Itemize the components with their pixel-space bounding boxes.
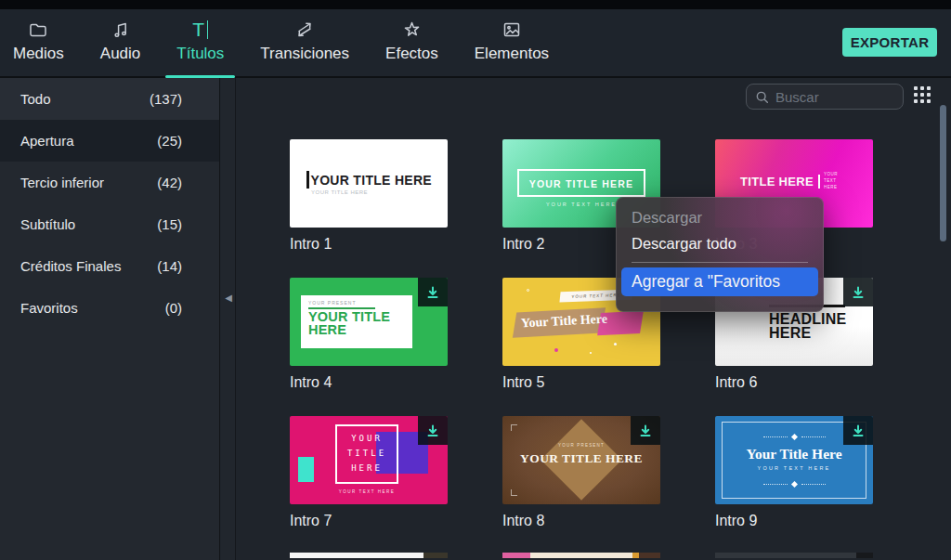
star-icon [401,17,422,43]
category-label: Apertura [20,133,74,149]
template-card-intro-8[interactable]: YOUR PRESENT YOUR TITLE HERE Intro 8 [502,416,660,529]
template-name: Intro 6 [715,374,873,391]
template-thumbnail: YOUR PRESENT YOUR TITLE HERE [290,278,448,366]
partial-thumbnail [423,553,448,558]
partial-thumbnail [632,553,639,558]
search-box [746,84,904,110]
menu-separator [632,262,808,263]
download-icon[interactable] [418,416,448,445]
download-icon[interactable] [843,278,873,306]
folder-icon [28,17,48,43]
category-label: Subtítulo [20,216,75,232]
tab-label: Audio [100,45,140,63]
sidebar-item-subtitulo[interactable]: Subtítulo (15) [0,203,219,245]
transitions-arrows-icon [294,17,315,43]
template-thumbnail: YOUR PRESENT YOUR TITLE HERE [502,416,660,504]
category-count: (42) [157,175,182,190]
download-icon[interactable] [631,416,660,445]
partial-thumbnail [530,553,632,558]
category-sidebar: Todo (137) Apertura (25) Tercio inferior… [0,78,220,560]
partial-thumbnail [290,553,423,558]
partial-thumbnail [502,553,530,558]
grid-view-icon[interactable] [914,86,934,107]
tab-titulos[interactable]: T Títulos [171,9,229,76]
category-count: (0) [165,300,182,316]
tab-elementos[interactable]: Elementos [469,9,554,76]
sidebar-divider [221,78,236,560]
tab-label: Medios [13,45,64,63]
search-input[interactable] [775,89,894,105]
tab-label: Elementos [475,45,549,63]
menu-item-agregar-favoritos[interactable]: Agregar a "Favoritos [621,267,818,296]
template-thumbnail: Your Title Here YOUR TEXT HERE [715,416,873,504]
titles-text-icon: T [192,17,208,43]
template-name: Intro 8 [502,513,660,529]
sidebar-item-tercio-inferior[interactable]: Tercio inferior (42) [0,162,219,203]
category-count: (14) [157,258,182,274]
window-titlebar [0,0,951,9]
sidebar-item-apertura[interactable]: Apertura (25) [0,120,219,162]
partial-thumbnail [639,553,660,558]
menu-item-descargar: Descargar [621,204,818,230]
download-icon[interactable] [418,278,448,306]
vertical-scrollbar[interactable] [940,105,946,241]
category-label: Todo [20,91,51,107]
image-icon [502,17,522,43]
template-name: Intro 5 [502,374,660,391]
tab-medios[interactable]: Medios [7,9,70,76]
template-card-intro-7[interactable]: YOUR TITLE HERE YOUR TEXT HERE Intro 7 [290,416,448,529]
category-label: Favoritos [20,300,78,316]
template-name: Intro 7 [290,513,448,529]
menu-item-descargar-todo[interactable]: Descargar todo [621,230,818,256]
template-card-intro-1[interactable]: YOUR TITLE HERE YOUR TITLE HERE Intro 1 [290,139,448,253]
context-menu: Descargar Descargar todo Agregar a "Favo… [616,197,824,312]
partial-thumbnail [856,553,873,558]
template-name: Intro 1 [290,236,448,253]
category-count: (15) [157,216,182,232]
top-navbar: Medios Audio T Títulos Transiciones [0,9,951,78]
category-count: (137) [150,91,182,107]
category-count: (25) [157,133,182,149]
template-card-intro-4[interactable]: YOUR PRESENT YOUR TITLE HERE Intro 4 [290,278,448,391]
sidebar-item-todo[interactable]: Todo (137) [0,78,219,120]
template-card-intro-9[interactable]: Your Title Here YOUR TEXT HERE Intro 9 [715,416,873,529]
media-tabs: Medios Audio T Títulos Transiciones [7,9,554,76]
tab-efectos[interactable]: Efectos [380,9,444,76]
tab-label: Efectos [385,45,438,63]
export-button[interactable]: EXPORTAR [842,28,937,57]
filmora-app-window: Medios Audio T Títulos Transiciones [0,0,951,560]
download-icon[interactable] [843,416,873,445]
tab-label: Títulos [176,45,224,63]
template-thumbnail: YOUR TITLE HERE YOUR TITLE HERE [290,139,448,228]
tab-audio[interactable]: Audio [95,9,146,76]
sidebar-collapse-arrow-icon[interactable]: ◀ [223,286,234,308]
search-icon [755,90,769,104]
category-label: Tercio inferior [20,175,104,190]
music-note-icon [111,17,131,43]
sidebar-item-creditos-finales[interactable]: Créditos Finales (14) [0,245,219,287]
tab-label: Transiciones [260,45,349,63]
template-thumbnail: YOUR TITLE HERE YOUR TEXT HERE [290,416,448,504]
partial-thumbnail [715,553,856,558]
category-label: Créditos Finales [20,258,121,274]
template-name: Intro 4 [290,374,448,391]
tab-transiciones[interactable]: Transiciones [254,9,355,76]
sidebar-item-favoritos[interactable]: Favoritos (0) [0,287,219,329]
template-name: Intro 9 [715,513,873,529]
